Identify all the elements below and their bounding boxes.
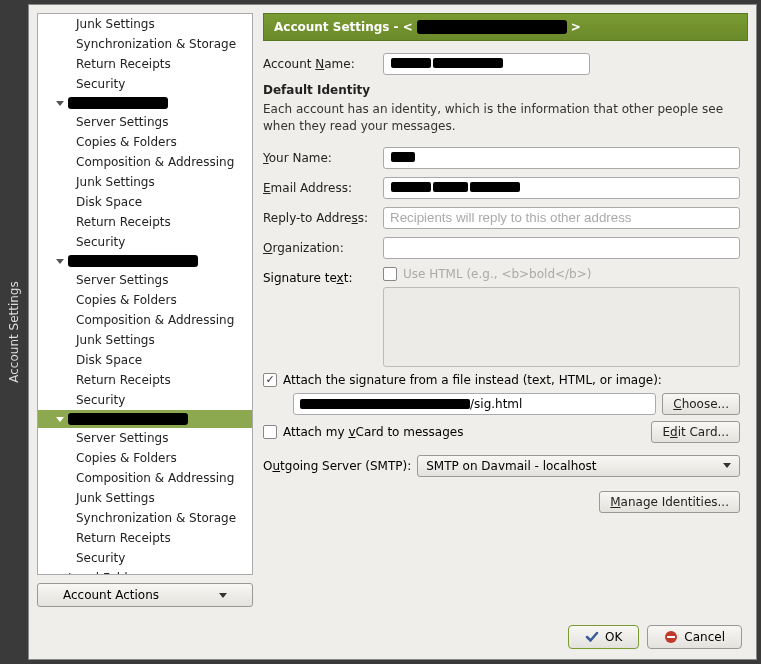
signature-path-input[interactable]: /sig.html: [293, 393, 656, 415]
tree-item[interactable]: Copies & Folders: [38, 290, 252, 310]
use-html-checkbox[interactable]: [383, 267, 397, 281]
tree-item[interactable]: Composition & Addressing: [38, 152, 252, 172]
tree-item[interactable]: Security: [38, 548, 252, 568]
signature-textarea[interactable]: [383, 287, 740, 367]
chevron-down-icon: [219, 593, 227, 598]
tree-item[interactable]: Disk Space: [38, 192, 252, 212]
dock-title: Account Settings: [7, 281, 21, 382]
tree-item[interactable]: Disk Space: [38, 350, 252, 370]
tree-local-folders[interactable]: Local Folders: [38, 568, 252, 575]
email-input[interactable]: [383, 177, 740, 199]
ok-button[interactable]: OK: [568, 625, 639, 649]
tree-item[interactable]: Synchronization & Storage: [38, 34, 252, 54]
reply-to-input[interactable]: [383, 207, 740, 229]
tree-item[interactable]: Server Settings: [38, 428, 252, 448]
tree-item[interactable]: Security: [38, 390, 252, 410]
cancel-icon: [664, 630, 678, 644]
tree-item[interactable]: Composition & Addressing: [38, 468, 252, 488]
svg-rect-1: [667, 636, 675, 638]
tree-item[interactable]: Security: [38, 74, 252, 94]
edit-card-button[interactable]: Edit Card...: [651, 421, 740, 443]
tree-item[interactable]: Security: [38, 232, 252, 252]
tree-item[interactable]: Junk Settings: [38, 330, 252, 350]
smtp-label: Outgoing Server (SMTP):: [263, 459, 411, 473]
main-panel: Account Settings - <> Account Name: Defa…: [263, 13, 748, 607]
reply-to-label: Reply-to Address:: [263, 211, 383, 225]
tree-item[interactable]: Return Receipts: [38, 370, 252, 390]
dock-panel: Account Settings: [0, 0, 28, 664]
identity-description: Each account has an identity, which is t…: [263, 101, 740, 135]
tree-item[interactable]: Server Settings: [38, 270, 252, 290]
your-name-input[interactable]: [383, 147, 740, 169]
chevron-down-icon: [56, 101, 64, 106]
sidebar: Junk Settings Synchronization & Storage …: [37, 13, 253, 607]
account-actions-label: Account Actions: [63, 588, 159, 602]
tree-item[interactable]: Return Receipts: [38, 212, 252, 232]
accounts-tree[interactable]: Junk Settings Synchronization & Storage …: [37, 13, 253, 575]
tree-item[interactable]: Junk Settings: [38, 488, 252, 508]
chevron-down-icon: [56, 417, 64, 422]
chevron-down-icon: [56, 259, 64, 264]
account-actions-button[interactable]: Account Actions: [37, 583, 253, 607]
tree-item[interactable]: Server Settings: [38, 112, 252, 132]
tree-item[interactable]: Return Receipts: [38, 54, 252, 74]
tree-account[interactable]: [38, 94, 252, 112]
attach-signature-checkbox[interactable]: [263, 373, 277, 387]
default-identity-title: Default Identity: [263, 83, 740, 97]
smtp-value: SMTP on Davmail - localhost: [426, 459, 596, 473]
email-label: Email Address:: [263, 181, 383, 195]
panel-header: Account Settings - <>: [263, 13, 748, 41]
use-html-label: Use HTML (e.g., <b>bold</b>): [403, 267, 591, 281]
tree-item[interactable]: Synchronization & Storage: [38, 508, 252, 528]
attach-vcard-label: Attach my vCard to messages: [283, 425, 463, 439]
tree-item[interactable]: Junk Settings: [38, 172, 252, 192]
tree-item[interactable]: Return Receipts: [38, 528, 252, 548]
tree-account-selected[interactable]: [38, 410, 252, 428]
cancel-button[interactable]: Cancel: [647, 625, 742, 649]
organization-label: Organization:: [263, 241, 383, 255]
attach-vcard-checkbox[interactable]: [263, 425, 277, 439]
account-name-label: Account Name:: [263, 57, 383, 71]
organization-input[interactable]: [383, 237, 740, 259]
tree-item[interactable]: Copies & Folders: [38, 132, 252, 152]
smtp-select[interactable]: SMTP on Davmail - localhost: [417, 455, 740, 477]
tree-account[interactable]: [38, 252, 252, 270]
chevron-down-icon: [723, 463, 731, 468]
tree-item[interactable]: Composition & Addressing: [38, 310, 252, 330]
account-settings-dialog: Junk Settings Synchronization & Storage …: [28, 4, 757, 660]
tree-item[interactable]: Junk Settings: [38, 14, 252, 34]
account-name-input[interactable]: [383, 53, 590, 75]
ok-icon: [585, 630, 599, 644]
tree-item[interactable]: Copies & Folders: [38, 448, 252, 468]
choose-button[interactable]: Choose...: [662, 393, 740, 415]
dialog-buttons: OK Cancel: [29, 615, 756, 659]
your-name-label: Your Name:: [263, 151, 383, 165]
signature-text-label: Signature text:: [263, 267, 373, 285]
manage-identities-button[interactable]: Manage Identities...: [599, 491, 740, 513]
attach-signature-label: Attach the signature from a file instead…: [283, 373, 662, 387]
